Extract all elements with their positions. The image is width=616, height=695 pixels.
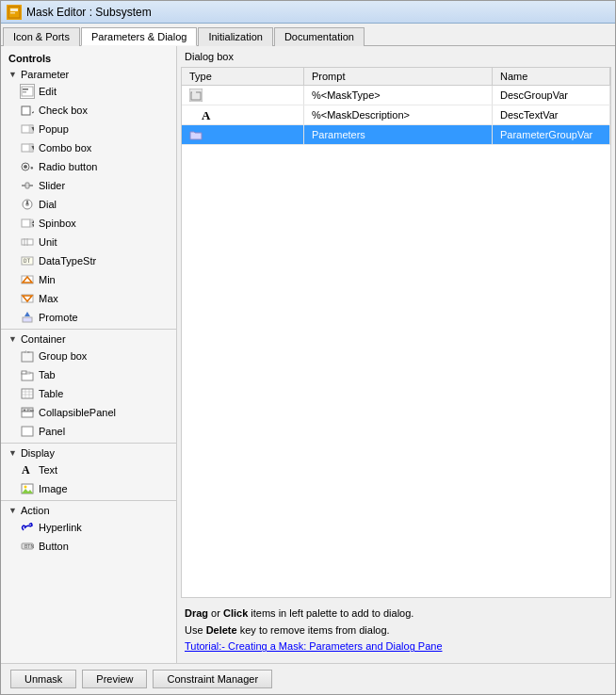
controls-header: Controls (1, 50, 176, 67)
svg-text:▼: ▼ (30, 125, 34, 132)
drag-text: Drag (185, 607, 208, 619)
action-items: Hyperlink BTN Button (1, 518, 176, 556)
dialog-box-header: Dialog box (177, 46, 615, 67)
ctrl-edit[interactable]: Edit (18, 82, 176, 101)
tab-initialization[interactable]: Initialization (198, 27, 272, 46)
ctrl-max-label: Max (39, 293, 58, 304)
svg-text:▼ Panel: ▼ Panel (23, 408, 34, 412)
ctrl-panel-label: Panel (39, 426, 65, 437)
triangle-container: ▼ (8, 334, 17, 344)
spinbox-icon: ▲ ▼ (20, 216, 35, 231)
ctrl-radiobutton[interactable]: ● Radio button (18, 157, 176, 176)
ctrl-min[interactable]: Min (18, 270, 176, 289)
ctrl-unit[interactable]: Unit (18, 233, 176, 251)
ctrl-hyperlink[interactable]: Hyperlink (18, 518, 176, 537)
group-box-icon (189, 89, 203, 102)
hyperlink-icon (20, 520, 35, 535)
ctrl-collapsiblepanel-label: CollapsiblePanel (39, 407, 116, 418)
constraint-manager-button[interactable]: Constraint Manager (153, 670, 272, 688)
ctrl-promote-label: Promote (39, 312, 78, 323)
unmask-button[interactable]: Unmask (10, 670, 76, 688)
svg-text:A: A (202, 108, 211, 121)
or-text: or (208, 607, 223, 619)
ctrl-tab-label: Tab (39, 369, 56, 380)
triangle-display: ▼ (8, 448, 17, 458)
ctrl-text-label: Text (39, 464, 57, 476)
ctrl-panel[interactable]: Panel (18, 422, 176, 441)
table-row[interactable]: A %<MaskDescription> DescTextVar (182, 105, 610, 125)
ctrl-unit-label: Unit (39, 236, 57, 248)
ctrl-collapsiblepanel[interactable]: ▼ Panel CollapsiblePanel (18, 403, 176, 422)
ctrl-text[interactable]: A Text (18, 461, 176, 479)
ctrl-datatypestr[interactable]: DT DataTypeStr (18, 251, 176, 270)
tutorial-link[interactable]: Tutorial:- Creating a Mask: Parameters a… (185, 640, 443, 652)
ctrl-groupbox-label: Group box (39, 350, 87, 362)
svg-point-15 (24, 165, 27, 169)
ctrl-checkbox-label: Check box (39, 105, 88, 116)
ctrl-radiobutton-label: Radio button (39, 161, 97, 172)
svg-text:BTN: BTN (24, 543, 34, 549)
ctrl-tab[interactable]: Tab (18, 365, 176, 384)
svg-rect-6 (22, 106, 30, 115)
svg-text:▼: ▼ (31, 222, 34, 228)
row2-name: DescTextVar (493, 105, 610, 124)
max-icon (20, 291, 35, 306)
svg-rect-18 (25, 183, 29, 188)
ctrl-edit-label: Edit (39, 86, 57, 97)
ctrl-spinbox[interactable]: ▲ ▼ Spinbox (18, 214, 176, 233)
table-row[interactable]: Parameters ParameterGroupVar (182, 125, 610, 145)
table-header: Type Prompt Name (182, 68, 610, 86)
row1-type (182, 86, 304, 105)
info-line2: Use Delete key to remove items from dial… (185, 622, 608, 639)
section-action[interactable]: ▼ Action (1, 503, 176, 518)
triangle-action: ▼ (8, 506, 17, 515)
section-parameter[interactable]: ▼ Parameter (1, 67, 176, 82)
delete-key: Delete (206, 624, 237, 636)
preview-button[interactable]: Preview (82, 670, 147, 688)
tab-documentation[interactable]: Documentation (274, 27, 365, 46)
combobox-icon: ▼ (20, 140, 35, 155)
bottom-bar: Unmask Preview Constraint Manager (1, 663, 615, 694)
svg-rect-44 (26, 372, 30, 374)
ctrl-dial[interactable]: Dial (18, 195, 176, 214)
ctrl-button[interactable]: BTN Button (18, 537, 176, 556)
delete-rest: key to remove items from dialog. (237, 624, 390, 636)
button-ctrl-icon: BTN (20, 539, 35, 554)
svg-rect-1 (10, 8, 18, 11)
text-A-icon: A (201, 108, 214, 121)
ctrl-dial-label: Dial (39, 199, 57, 210)
image-ctrl-icon (20, 481, 35, 496)
ctrl-image[interactable]: Image (18, 479, 176, 498)
section-container[interactable]: ▼ Container (1, 331, 176, 347)
dial-icon (20, 197, 35, 212)
ctrl-popup[interactable]: ▼ Popup (18, 120, 176, 138)
radiobutton-icon: ● (20, 159, 35, 174)
svg-rect-37 (23, 317, 32, 322)
text-ctrl-icon: A (20, 462, 35, 477)
table-row[interactable]: %<MaskType> DescGroupVar (182, 86, 610, 105)
ctrl-checkbox[interactable]: ✓ Check box (18, 101, 176, 120)
ctrl-groupbox[interactable]: abc Group box (18, 347, 176, 365)
ctrl-slider-label: Slider (39, 180, 65, 191)
items-text: items in left palette to add to dialog. (248, 607, 413, 619)
ctrl-slider[interactable]: Slider (18, 176, 176, 195)
col-type: Type (182, 68, 304, 85)
svg-text:●: ● (30, 165, 34, 170)
ctrl-table[interactable]: Table (18, 384, 176, 403)
ctrl-promote[interactable]: Promote (18, 308, 176, 327)
tab-parameters-dialog[interactable]: Parameters & Dialog (81, 27, 198, 46)
svg-point-56 (24, 486, 27, 489)
ctrl-table-label: Table (39, 388, 63, 399)
popup-icon: ▼ (20, 121, 35, 137)
window-icon (7, 5, 22, 20)
folder-icon (189, 128, 203, 141)
tab-icon-ports[interactable]: Icon & Ports (3, 27, 80, 46)
title-bar: Mask Editor : Subsystem (1, 1, 615, 24)
section-display[interactable]: ▼ Display (1, 445, 176, 461)
unit-icon (20, 234, 35, 250)
ctrl-combobox[interactable]: ▼ Combo box (18, 138, 176, 157)
ctrl-max[interactable]: Max (18, 289, 176, 308)
table-icon (20, 386, 35, 401)
section-display-label: Display (21, 447, 55, 459)
ctrl-combobox-label: Combo box (39, 142, 91, 154)
